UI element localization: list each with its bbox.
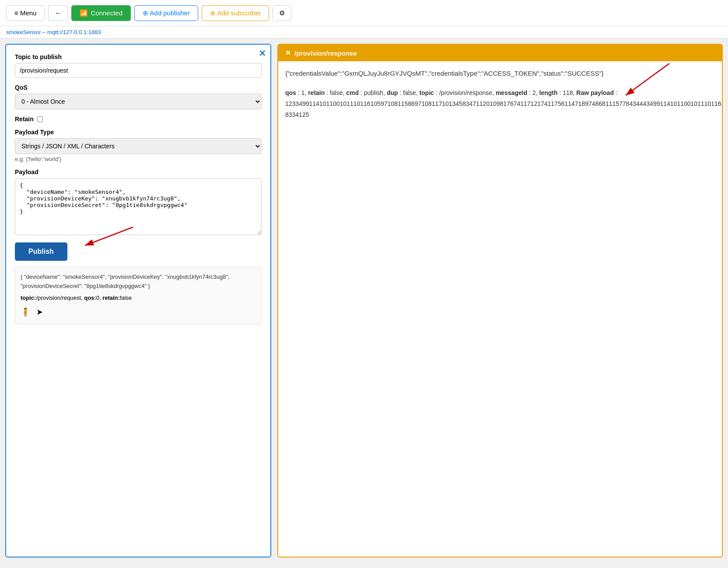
qos-field-group: QoS 0 - Almost Once 1 - At Least Once 2 … [15, 84, 262, 109]
payload-textarea[interactable]: { "deviceName": "smokeSensor4", "provisi… [15, 178, 262, 235]
settings-button[interactable]: ⚙ [273, 5, 291, 21]
message-log: { "deviceName": "smokeSensor4", "provisi… [15, 267, 262, 324]
message-log-icons: 🧍 ➤ [21, 306, 256, 319]
payload-type-select[interactable]: Strings / JSON / XML / Characters Binary [15, 138, 262, 154]
response-json: {"credentialsValue":"GxmQLJuyJu8rGYJVQsM… [285, 68, 715, 79]
retain-label: Retain [15, 116, 34, 123]
retain-detail-label: retain [308, 89, 325, 96]
menu-button[interactable]: ≡ Menu [6, 5, 45, 21]
topic-label: Topic to publish [15, 53, 262, 60]
topic-field-group: Topic to publish [15, 53, 262, 78]
connected-label: Connected [91, 9, 122, 17]
message-log-text: { "deviceName": "smokeSensor4", "provisi… [21, 273, 256, 291]
cmd-detail-value: publish [364, 89, 383, 96]
topic-detail-label: topic [420, 89, 434, 96]
messageid-detail-value: 2 [532, 89, 536, 96]
payload-label: Payload [15, 168, 262, 175]
rawpayload-detail-value: 1233499114101100101110116105971081158697… [285, 100, 723, 118]
publish-button[interactable]: Publish [15, 242, 67, 261]
subscriber-topic: /provision/response [294, 49, 357, 57]
topic-detail-value: /provision/response [439, 89, 492, 96]
qos-detail-label: qos [285, 89, 296, 96]
payload-hint: e.g: {'hello':'world'} [15, 156, 262, 162]
publisher-panel: ✕ Topic to publish QoS 0 - Almost Once 1… [5, 44, 271, 557]
topic-input[interactable] [15, 63, 262, 78]
retain-checkbox[interactable] [37, 116, 43, 122]
subscriber-body: {"credentialsValue":"GxmQLJuyJu8rGYJVQsM… [278, 61, 722, 557]
dup-detail-value: false [403, 89, 416, 96]
subscriber-header: ✕ /provision/response [278, 45, 722, 61]
connected-button[interactable]: 📶 Connected [71, 5, 131, 21]
add-subscriber-button[interactable]: ⊕ Add subscriber [202, 5, 269, 21]
length-detail-value: 118 [563, 89, 573, 96]
back-button[interactable]: ← [48, 5, 68, 21]
main-content: ✕ Topic to publish QoS 0 - Almost Once 1… [0, 39, 728, 563]
retain-detail-value: false [330, 89, 343, 96]
message-details: qos : 1, retain : false, cmd : publish, … [285, 88, 715, 121]
connection-info: smokeSensor – mqtt://127.0.0.1:1883 [6, 29, 101, 35]
payload-type-field-group: Payload Type Strings / JSON / XML / Char… [15, 129, 262, 162]
qos-detail-value: 1 [301, 89, 305, 96]
payload-field-group: Payload { "deviceName": "smokeSensor4", … [15, 168, 262, 236]
signal-icon: 📶 [80, 9, 88, 17]
close-publisher-button[interactable]: ✕ [259, 48, 266, 59]
cmd-detail-label: cmd [346, 89, 359, 96]
meta-retain-label: retain:false [102, 295, 132, 301]
publish-section: Publish [15, 242, 262, 261]
subscriber-panel: ✕ /provision/response {"credentialsValue… [277, 44, 723, 557]
message-log-meta: topic:/provision/request, qos:0, retain:… [21, 294, 256, 303]
add-publisher-button[interactable]: ⊕ Add publisher [134, 5, 198, 21]
share-icon[interactable]: ➤ [36, 306, 43, 319]
connection-bar: smokeSensor – mqtt://127.0.0.1:1883 [0, 26, 728, 39]
rawpayload-detail-label: Raw payload [576, 89, 614, 96]
qos-label: QoS [15, 84, 262, 91]
length-detail-label: length [539, 89, 558, 96]
dup-detail-label: dup [387, 89, 398, 96]
meta-qos-label: qos:0, [84, 295, 102, 301]
person-icon: 🧍 [21, 306, 30, 319]
qos-select[interactable]: 0 - Almost Once 1 - At Least Once 2 - Ex… [15, 94, 262, 109]
retain-field-group: Retain [15, 116, 262, 123]
close-subscriber-button[interactable]: ✕ [285, 49, 291, 57]
meta-topic-label: topic:/provision/request, [21, 295, 84, 301]
messageid-detail-label: messageId [496, 89, 527, 96]
payload-type-label: Payload Type [15, 129, 262, 136]
navbar: ≡ Menu ← 📶 Connected ⊕ Add publisher ⊕ A… [0, 0, 728, 26]
